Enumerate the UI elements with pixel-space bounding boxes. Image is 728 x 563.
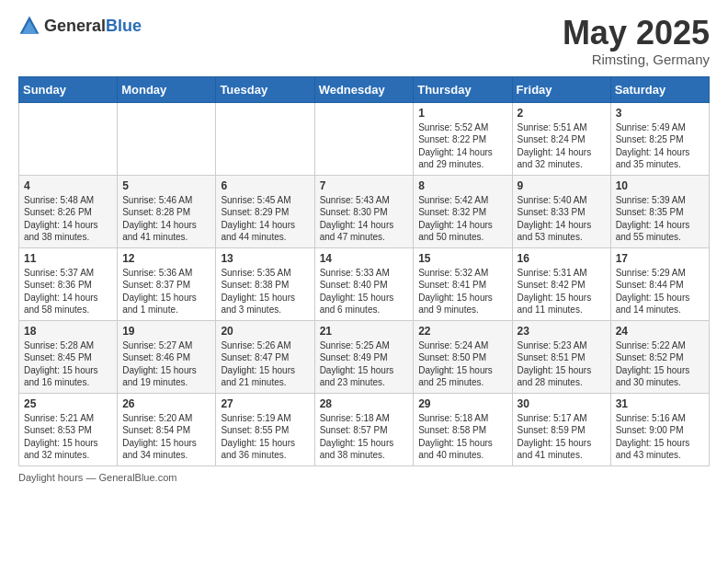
logo-icon: [18, 15, 40, 37]
day-info: Sunrise: 5:20 AMSunset: 8:54 PMDaylight:…: [122, 412, 210, 462]
day-number: 11: [24, 252, 112, 265]
day-info: Sunrise: 5:48 AMSunset: 8:26 PMDaylight:…: [24, 194, 112, 244]
calendar-cell: 16Sunrise: 5:31 AMSunset: 8:42 PMDayligh…: [512, 247, 610, 320]
daylight-hours-label: Daylight hours: [18, 472, 83, 483]
day-number: 4: [24, 179, 112, 192]
day-number: 3: [616, 107, 704, 120]
calendar-cell: 23Sunrise: 5:23 AMSunset: 8:51 PMDayligh…: [512, 320, 610, 393]
calendar-cell: 17Sunrise: 5:29 AMSunset: 8:44 PMDayligh…: [610, 247, 709, 320]
calendar-body: 1Sunrise: 5:52 AMSunset: 8:22 PMDaylight…: [19, 102, 710, 465]
calendar-week-2: 4Sunrise: 5:48 AMSunset: 8:26 PMDaylight…: [19, 175, 710, 247]
col-saturday: Saturday: [610, 76, 709, 102]
calendar-cell: 27Sunrise: 5:19 AMSunset: 8:55 PMDayligh…: [216, 393, 314, 465]
day-info: Sunrise: 5:26 AMSunset: 8:47 PMDaylight:…: [221, 339, 309, 389]
source-label: GeneralBlue.com: [98, 472, 176, 483]
footer: Daylight hours — GeneralBlue.com: [18, 472, 710, 483]
day-number: 1: [418, 107, 506, 120]
day-info: Sunrise: 5:33 AMSunset: 8:40 PMDaylight:…: [320, 267, 409, 316]
col-sunday: Sunday: [19, 76, 118, 102]
day-info: Sunrise: 5:46 AMSunset: 8:28 PMDaylight:…: [122, 194, 210, 244]
calendar-cell: [314, 102, 414, 175]
calendar: Sunday Monday Tuesday Wednesday Thursday…: [18, 76, 710, 466]
calendar-cell: 4Sunrise: 5:48 AMSunset: 8:26 PMDaylight…: [19, 175, 118, 247]
calendar-cell: [19, 102, 118, 175]
day-number: 25: [24, 397, 112, 410]
calendar-cell: 15Sunrise: 5:32 AMSunset: 8:41 PMDayligh…: [414, 247, 512, 320]
day-number: 5: [122, 179, 210, 192]
calendar-cell: 14Sunrise: 5:33 AMSunset: 8:40 PMDayligh…: [314, 247, 414, 320]
day-number: 18: [24, 325, 112, 338]
day-number: 31: [616, 397, 704, 410]
day-number: 6: [221, 179, 309, 192]
logo-general: General: [44, 17, 106, 35]
calendar-cell: 9Sunrise: 5:40 AMSunset: 8:33 PMDaylight…: [512, 175, 610, 247]
page: GeneralBlue May 2025 Rimsting, Germany S…: [0, 0, 728, 501]
day-info: Sunrise: 5:39 AMSunset: 8:35 PMDaylight:…: [616, 194, 704, 244]
calendar-cell: 30Sunrise: 5:17 AMSunset: 8:59 PMDayligh…: [512, 393, 610, 465]
day-number: 9: [518, 179, 606, 192]
calendar-cell: 22Sunrise: 5:24 AMSunset: 8:50 PMDayligh…: [414, 320, 512, 393]
calendar-cell: 25Sunrise: 5:21 AMSunset: 8:53 PMDayligh…: [19, 393, 118, 465]
day-info: Sunrise: 5:27 AMSunset: 8:46 PMDaylight:…: [122, 339, 210, 389]
day-info: Sunrise: 5:49 AMSunset: 8:25 PMDaylight:…: [616, 121, 704, 171]
day-number: 29: [418, 397, 506, 410]
calendar-week-4: 18Sunrise: 5:28 AMSunset: 8:45 PMDayligh…: [19, 320, 710, 393]
day-number: 27: [221, 397, 309, 410]
month-title: May 2025: [563, 15, 710, 52]
day-number: 21: [320, 325, 409, 338]
calendar-cell: 20Sunrise: 5:26 AMSunset: 8:47 PMDayligh…: [216, 320, 314, 393]
calendar-cell: 13Sunrise: 5:35 AMSunset: 8:38 PMDayligh…: [216, 247, 314, 320]
day-info: Sunrise: 5:52 AMSunset: 8:22 PMDaylight:…: [418, 121, 506, 171]
day-number: 17: [616, 252, 704, 265]
day-info: Sunrise: 5:18 AMSunset: 8:58 PMDaylight:…: [418, 412, 506, 462]
day-info: Sunrise: 5:31 AMSunset: 8:42 PMDaylight:…: [518, 267, 606, 316]
day-number: 23: [518, 325, 606, 338]
day-number: 12: [122, 252, 210, 265]
day-number: 8: [418, 179, 506, 192]
day-info: Sunrise: 5:25 AMSunset: 8:49 PMDaylight:…: [320, 339, 409, 389]
calendar-week-5: 25Sunrise: 5:21 AMSunset: 8:53 PMDayligh…: [19, 393, 710, 465]
day-info: Sunrise: 5:22 AMSunset: 8:52 PMDaylight:…: [616, 339, 704, 389]
location-subtitle: Rimsting, Germany: [563, 52, 710, 67]
calendar-cell: 28Sunrise: 5:18 AMSunset: 8:57 PMDayligh…: [314, 393, 414, 465]
calendar-cell: 3Sunrise: 5:49 AMSunset: 8:25 PMDaylight…: [610, 102, 709, 175]
day-number: 13: [221, 252, 309, 265]
day-number: 2: [518, 107, 606, 120]
calendar-week-3: 11Sunrise: 5:37 AMSunset: 8:36 PMDayligh…: [19, 247, 710, 320]
col-tuesday: Tuesday: [216, 76, 314, 102]
day-info: Sunrise: 5:40 AMSunset: 8:33 PMDaylight:…: [518, 194, 606, 244]
calendar-cell: 8Sunrise: 5:42 AMSunset: 8:32 PMDaylight…: [414, 175, 512, 247]
day-info: Sunrise: 5:28 AMSunset: 8:45 PMDaylight:…: [24, 339, 112, 389]
calendar-cell: 10Sunrise: 5:39 AMSunset: 8:35 PMDayligh…: [610, 175, 709, 247]
calendar-cell: [216, 102, 314, 175]
calendar-week-1: 1Sunrise: 5:52 AMSunset: 8:22 PMDaylight…: [19, 102, 710, 175]
day-info: Sunrise: 5:36 AMSunset: 8:37 PMDaylight:…: [122, 267, 210, 316]
day-info: Sunrise: 5:24 AMSunset: 8:50 PMDaylight:…: [418, 339, 506, 389]
calendar-cell: 31Sunrise: 5:16 AMSunset: 9:00 PMDayligh…: [610, 393, 709, 465]
day-info: Sunrise: 5:17 AMSunset: 8:59 PMDaylight:…: [518, 412, 606, 462]
day-info: Sunrise: 5:43 AMSunset: 8:30 PMDaylight:…: [320, 194, 409, 244]
calendar-cell: 7Sunrise: 5:43 AMSunset: 8:30 PMDaylight…: [314, 175, 414, 247]
day-info: Sunrise: 5:29 AMSunset: 8:44 PMDaylight:…: [616, 267, 704, 316]
day-number: 15: [418, 252, 506, 265]
day-number: 30: [518, 397, 606, 410]
calendar-cell: 11Sunrise: 5:37 AMSunset: 8:36 PMDayligh…: [19, 247, 118, 320]
day-number: 26: [122, 397, 210, 410]
day-info: Sunrise: 5:21 AMSunset: 8:53 PMDaylight:…: [24, 412, 112, 462]
calendar-cell: 21Sunrise: 5:25 AMSunset: 8:49 PMDayligh…: [314, 320, 414, 393]
day-info: Sunrise: 5:45 AMSunset: 8:29 PMDaylight:…: [221, 194, 309, 244]
day-number: 10: [616, 179, 704, 192]
calendar-cell: 19Sunrise: 5:27 AMSunset: 8:46 PMDayligh…: [118, 320, 216, 393]
calendar-cell: 26Sunrise: 5:20 AMSunset: 8:54 PMDayligh…: [118, 393, 216, 465]
header: GeneralBlue May 2025 Rimsting, Germany: [18, 15, 710, 67]
calendar-cell: [118, 102, 216, 175]
day-number: 24: [616, 325, 704, 338]
day-number: 20: [221, 325, 309, 338]
day-info: Sunrise: 5:35 AMSunset: 8:38 PMDaylight:…: [221, 267, 309, 316]
col-wednesday: Wednesday: [314, 76, 414, 102]
calendar-cell: 1Sunrise: 5:52 AMSunset: 8:22 PMDaylight…: [414, 102, 512, 175]
calendar-cell: 29Sunrise: 5:18 AMSunset: 8:58 PMDayligh…: [414, 393, 512, 465]
col-friday: Friday: [512, 76, 610, 102]
day-info: Sunrise: 5:51 AMSunset: 8:24 PMDaylight:…: [518, 121, 606, 171]
logo: GeneralBlue: [18, 15, 142, 37]
